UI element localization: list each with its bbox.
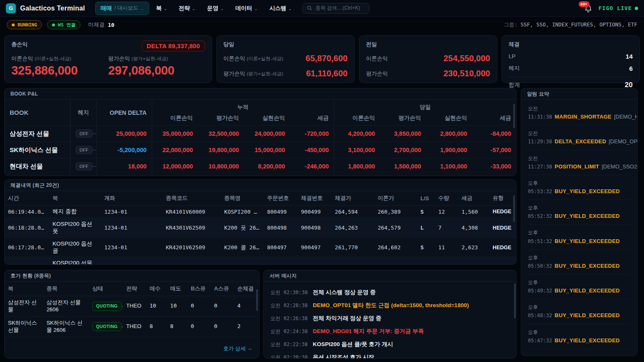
alert-code: BUY_YIELD_EXCEEDED [555, 188, 620, 194]
fill-value: 14 [626, 53, 633, 60]
nav-items-rest: 북⌄전략⌄운영⌄데이터⌄시스템⌄ [151, 2, 296, 15]
nav-item-0[interactable]: 북⌄ [151, 2, 172, 15]
execution-row[interactable]: 06:18:28.000KOSPI200 옵션 풋1234-01KR4301V6… [5, 218, 516, 238]
day-cell-2: 2,800,000 [426, 126, 472, 142]
day-cell-0: 4,200,000 [334, 126, 380, 142]
alert-item[interactable]: 오후 05:52:32BUY_YIELD_EXCEEDED [528, 200, 631, 225]
fill-label: LP [509, 53, 516, 59]
alerts-panel: 알림 요약 오전 11:31:38MARGIN_SHORTAGE[DEMO_HD… [521, 88, 638, 356]
quote-status-cell: QUOTING [89, 316, 123, 337]
quote-col-5: 매도 [167, 282, 187, 296]
exec-col-4: 종목명 [221, 191, 264, 206]
executions-scrollbar[interactable] [513, 195, 515, 222]
theo-pnl-block: 이론손익 (이론+실현-세금) 325,886,000 [11, 55, 108, 78]
quote-row[interactable]: SK하이닉스 선물SK하이닉스 선물 2606QUOTINGTHEO88002 [5, 316, 259, 337]
exec-qty-cell: 7 [435, 218, 458, 238]
card-title: 전일 [366, 41, 490, 48]
alert-item[interactable]: 오후 05:51:32BUY_YIELD_EXCEEDED [528, 225, 631, 249]
chevron-down-icon: ⌄ [288, 7, 292, 11]
alert-time: 오후 05:49:32 [528, 279, 552, 294]
exec-order_no-cell [264, 257, 298, 265]
exec-order_no-cell: 800498 [264, 218, 298, 238]
pending-label: 미체결 [88, 21, 104, 28]
executions-table: 시간북계좌종목코드종목명주문번호체결번호체결가이론가L/S수량세금유형 06:1… [5, 191, 516, 265]
server-message-list: 오전 02:30:38전체 시스템 정상 운영 중오전 02:28:38DEMO… [264, 282, 516, 359]
alert-item[interactable]: 오전 11:29:38DELTA_EXCEEDED[DEMO_OPT01] [528, 125, 631, 150]
quote-book-cell: SK하이닉스 선물 [5, 316, 43, 337]
eval-value: 297,086,000 [108, 64, 205, 78]
execution-row[interactable]: KOSPI200 선물 [5, 257, 516, 265]
server-message-row: 오전 02:30:38전체 시스템 정상 운영 중 [270, 286, 509, 299]
server-messages-scrollbar[interactable] [514, 283, 516, 318]
quotes-detail-link[interactable]: 호가 상세 → [223, 346, 252, 352]
quote-row[interactable]: 삼성전자 선물삼성전자 선물 2606QUOTINGTHEO1010004 [5, 296, 259, 317]
exec-type-cell: HEDGE [489, 218, 516, 238]
exec-order_no-cell: 800497 [264, 238, 298, 257]
cum-cell-3: -450,000 [290, 142, 334, 158]
hedge-off-badge[interactable]: OFF [75, 162, 93, 171]
message-text: DEMO_HDG01 헤지 주문 거부: 증거금 부족 [313, 328, 424, 335]
day-cell-2: 1,100,000 [426, 158, 472, 175]
execution-row[interactable]: 06:19:44.000헤지 종합1234-01KR4101V60009KOSP… [5, 206, 516, 218]
alert-item[interactable]: 오후 05:53:32BUY_YIELD_EXCEEDED [528, 175, 631, 200]
exec-col-6: 체결번호 [298, 191, 332, 206]
exec-book-cell: KOSPI200 선물 [49, 257, 101, 265]
quote-buy-cell: 10 [146, 296, 167, 317]
book-name-cell: 삼성전자 선물 [5, 126, 70, 142]
alert-code: BUY_YIELD_EXCEEDED [555, 213, 620, 219]
alert-item[interactable]: 오전 11:31:38MARGIN_SHORTAGE[DEMO_HDG01] [528, 101, 631, 125]
exec-account-cell: 1234-01 [101, 218, 163, 238]
nav-item-label: 시스템 [269, 5, 286, 12]
search-input[interactable]: 종목 검색... (Ctrl+K) [302, 3, 369, 14]
quote-askew-cell [211, 337, 234, 340]
alert-code: MARGIN_SHORTAGE [555, 114, 612, 120]
nav-item-2[interactable]: 운영⌄ [202, 2, 229, 15]
col-open-delta: OPEN DELTA [97, 100, 152, 126]
book-pnl-row[interactable]: SK하이닉스 선물OFF-5,200,00022,000,00019,800,0… [5, 142, 516, 158]
alert-scope: [DEMO_SSO2] [602, 163, 638, 170]
groups-label: 그룹: [504, 21, 517, 28]
alert-code: DELTA_EXCEEDED [555, 138, 606, 145]
book-pnl-row[interactable]: 현대차 선물OFF18,00012,000,00010,800,0008,200… [5, 158, 516, 175]
open-delta-cell: 18,000 [97, 158, 152, 175]
alert-item[interactable]: 오후 05:49:32BUY_YIELD_EXCEEDED [528, 274, 631, 299]
quote-col-7: A스큐 [211, 282, 234, 296]
exec-col-0: 시간 [5, 191, 49, 206]
nav-item-1[interactable]: 전략⌄ [174, 2, 200, 15]
fill-label: 헤지 [509, 65, 520, 72]
eval-label: 평가손익 [108, 55, 130, 62]
quotes-scrollbar[interactable] [256, 289, 258, 311]
alert-item[interactable]: 오전 11:27:38POSITION_LIMIT[DEMO_SSO2] [528, 150, 631, 175]
hedge-off-badge[interactable]: OFF [75, 146, 93, 154]
nav-item-3[interactable]: 데이터⌄ [230, 2, 262, 15]
quote-row[interactable]: 현대차 선물현대차 선물 [5, 337, 259, 340]
exec-price-cell [332, 257, 374, 265]
day-cell-1: 3,850,000 [380, 126, 426, 142]
col-group-today: 당일 [334, 100, 516, 113]
execution-row[interactable]: 06:17:28.000KOSPI200 옵션 콜1234-01KR4201V6… [5, 238, 516, 257]
alert-item[interactable]: 오후 05:48:32BUY_YIELD_EXCEEDED [528, 299, 631, 324]
cum-cell-3: -720,000 [290, 126, 334, 142]
label-text: 평가손익 [223, 70, 245, 77]
pnl-row-value: 230,510,000 [444, 69, 490, 78]
exec-order_no-cell: 800499 [264, 206, 298, 218]
prev-day-pnl-card: 전일 이론손익254,550,000평가손익230,510,000 [359, 35, 497, 83]
exec-price-cell: 261,770 [332, 238, 374, 257]
quote-col-0: 북 [5, 282, 43, 296]
message-time: 오전 02:24:38 [270, 328, 308, 335]
book-pnl-scrollbar[interactable] [513, 104, 515, 128]
nav-item-trade-dashboard[interactable]: 매매 / 대시보드 ⌄ [95, 2, 150, 15]
server-message-row: 오전 02:20:38옵션 시장조성 호가 시작 [270, 351, 509, 359]
col-group-cumulative: 누적 [152, 100, 334, 113]
exec-qty-cell [435, 257, 458, 265]
hedge-off-badge[interactable]: OFF [75, 129, 93, 138]
alert-item[interactable]: 오후 05:50:32BUY_YIELD_EXCEEDED [528, 250, 631, 274]
notifications-button[interactable]: 99+ [583, 3, 594, 14]
col-book: BOOK [5, 100, 70, 126]
pnl-row-value: 61,110,600 [306, 69, 348, 78]
nav-item-label: 매매 [101, 5, 112, 12]
alert-item[interactable]: 오후 05:47:32BUY_YIELD_EXCEEDED [528, 324, 631, 349]
nav-item-4[interactable]: 시스템⌄ [264, 2, 296, 15]
book-pnl-row[interactable]: 삼성전자 선물OFF25,000,00035,000,00032,500,000… [5, 126, 516, 142]
cum-cell-0: 12,000,000 [152, 158, 198, 175]
